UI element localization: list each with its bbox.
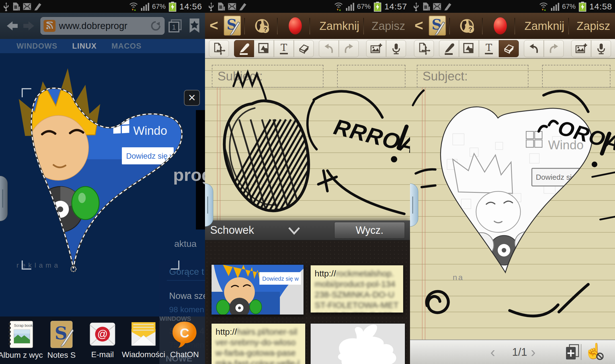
back-chevron[interactable]: < (415, 17, 423, 34)
page-watermark: NOWE WE (166, 354, 205, 364)
voice-record-button[interactable] (591, 40, 611, 57)
gmail-icon (23, 3, 31, 10)
back-chevron[interactable]: < (210, 17, 218, 34)
clear-clipboard-button[interactable]: Wycz. (334, 222, 405, 239)
app-label: E-mail (91, 350, 114, 359)
status-bar: 67% 14:58 (410, 0, 615, 13)
clipboard-item-shape[interactable] (310, 323, 405, 364)
add-page-button[interactable] (564, 344, 580, 361)
close-note-button[interactable]: Zamknij (317, 13, 362, 39)
status-bar: 67% 14:57 (205, 0, 410, 13)
subject-field[interactable]: Subject: (212, 65, 323, 88)
screen-snote-pen: Subject: (205, 0, 410, 364)
redo-button[interactable] (339, 40, 359, 57)
redo-button[interactable] (544, 40, 564, 57)
gmail-icon (433, 3, 441, 10)
snote-appbar: < S ? Zamknij Zapisz (410, 13, 615, 40)
snote-toolbar: T (205, 39, 410, 59)
record-button[interactable] (289, 17, 302, 34)
clipboard-item-url[interactable]: http://hairs.pl/toner-silver-srebrny-do-… (211, 323, 306, 364)
pen-tool[interactable] (439, 40, 459, 57)
app-notes-s[interactable]: S Notes S (41, 317, 82, 364)
sim-card-icon (422, 2, 430, 11)
email-icon: @ (89, 320, 116, 348)
pen-icon (444, 2, 452, 11)
app-scrapbook[interactable]: Scrap book Album z wyc (0, 317, 41, 364)
clipboard-thumbnail: Dowiedz się w (212, 265, 304, 315)
signal-icon (551, 2, 559, 11)
battery-percent: 67% (357, 3, 371, 11)
eraser-tool[interactable] (294, 40, 314, 57)
signal-icon (346, 2, 354, 11)
record-button[interactable] (494, 17, 507, 34)
clipboard-panel: Schowek Wycz. (205, 220, 410, 364)
snote-app-icon: S (429, 16, 446, 36)
multiwindow-edge-handle[interactable] (205, 183, 213, 227)
selection-tool[interactable] (254, 40, 274, 57)
save-note-button[interactable]: Zapisz (368, 13, 408, 39)
at-icon: @ (97, 328, 108, 340)
app-messages[interactable]: Wiadomości (123, 317, 164, 364)
page-watermark: WINDOWS (159, 315, 191, 322)
selection-tool[interactable] (459, 40, 479, 57)
snote-appbar: < S ? Zamknij Zapisz (205, 13, 410, 40)
page-move-tool[interactable] (209, 40, 229, 57)
clipboard-title: Schowek (210, 224, 254, 236)
wifi-icon (334, 2, 343, 11)
signal-icon (141, 2, 149, 11)
url-part: http:// (216, 327, 237, 336)
messages-icon (130, 320, 157, 348)
svg-text:?: ? (468, 26, 472, 33)
help-globe-icon[interactable]: ? (459, 18, 475, 35)
close-note-button[interactable]: Zamknij (522, 13, 567, 39)
notes-s-icon: S (48, 320, 75, 348)
battery-icon (373, 1, 382, 12)
clock: 14:56 (179, 2, 202, 11)
selection-dim-overlay (0, 13, 205, 364)
note-paper[interactable] (410, 59, 615, 364)
date-field[interactable] (542, 65, 610, 88)
battery-icon (168, 1, 177, 12)
undo-button[interactable] (524, 40, 544, 57)
clipboard-item-image[interactable]: Dowiedz się w (211, 264, 304, 315)
white-blob-shape (311, 324, 405, 364)
page-move-tool[interactable] (414, 40, 434, 57)
text-tool[interactable]: T (274, 40, 294, 57)
subject-label: Subject: (423, 69, 468, 83)
text-tool-glyph: T (486, 42, 492, 53)
help-globe-icon[interactable]: ? (254, 18, 270, 35)
close-selection-button[interactable]: × (184, 90, 200, 106)
battery-icon (578, 1, 587, 12)
app-email[interactable]: @ E-mail (82, 317, 123, 364)
usb-icon (208, 2, 215, 11)
usb-icon (413, 2, 420, 11)
divider (581, 344, 581, 360)
undo-button[interactable] (319, 40, 339, 57)
app-label: Notes S (47, 351, 76, 360)
insert-image-button[interactable] (571, 40, 591, 57)
subject-label: Subject: (218, 69, 263, 83)
eraser-tool[interactable] (499, 40, 519, 57)
multiwindow-edge-handle[interactable] (0, 176, 8, 221)
save-note-button[interactable]: Zapisz (573, 13, 613, 39)
insert-image-button[interactable] (366, 40, 386, 57)
clipboard-header: Schowek Wycz. (205, 220, 410, 240)
collapse-chevron-icon[interactable] (254, 226, 334, 235)
next-page-chevron[interactable]: › (531, 340, 536, 364)
text-tool[interactable]: T (479, 40, 499, 57)
voice-record-button[interactable] (386, 40, 406, 57)
multiwindow-edge-handle[interactable] (410, 183, 418, 227)
clock: 14:58 (589, 2, 612, 11)
pen-tool[interactable] (234, 40, 254, 57)
date-field[interactable] (337, 65, 405, 88)
battery-percent: 67% (562, 3, 576, 11)
screen-snote-eraser: Subject: Windo Dowiedz się w (410, 0, 615, 364)
prev-page-chevron[interactable]: ‹ (490, 340, 495, 364)
clipboard-item-url[interactable]: http://rockmetalshop.mobi/product-pol-13… (310, 265, 403, 313)
gmail-icon (228, 3, 236, 10)
page-navigation-bar: ‹ 1/1 › ☝ (410, 340, 615, 364)
block-badge-icon (596, 352, 604, 361)
chaton-icon: C (171, 320, 198, 348)
subject-field[interactable]: Subject: (417, 65, 528, 88)
chaton-letter: C (180, 326, 189, 340)
